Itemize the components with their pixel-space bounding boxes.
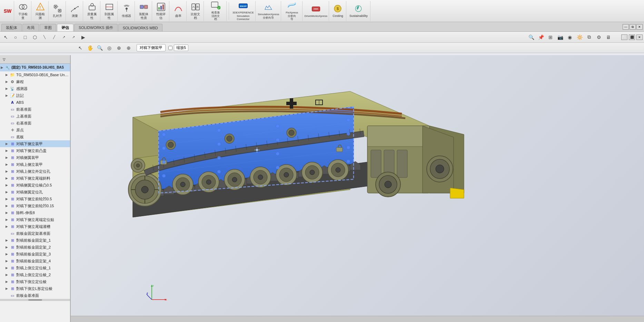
flowxpress-btn[interactable]: FloXpress分析向导 <box>282 1 303 21</box>
filter-btn[interactable]: ▽ <box>0 55 8 63</box>
close-btn[interactable]: ✕ <box>636 24 643 30</box>
tree-root[interactable]: ▶ 🔧 (固定) TG_RM5010-16LH01_BAS <box>0 64 70 71</box>
restore-btn[interactable]: ⧉ <box>630 24 636 30</box>
hole-align-btn[interactable]: 孔对齐 <box>49 1 66 21</box>
tree-item-29[interactable]: ▶ ⊞ 對稿上側立定位棱_2 <box>0 271 70 278</box>
costing-btn[interactable]: $ Costing <box>330 1 346 21</box>
tree-item-19[interactable]: ▶ ⊞ 对稿下侧立前轮凹0.15 <box>0 202 70 209</box>
tree-item-7[interactable]: ▶ ▭ 右基准面 <box>0 120 70 127</box>
tree-item-3[interactable]: ▶ 📝 註記 <box>0 92 70 99</box>
tree-item-5[interactable]: ▶ ▭ 前基准面 <box>0 106 70 113</box>
mass-props-btn[interactable]: 质量属性 <box>84 1 100 21</box>
hand-btn[interactable]: 🖐 <box>86 43 95 52</box>
tree-item-30[interactable]: ▶ ⊞ 對稿下側立定位棱 <box>0 278 70 285</box>
tree-item-13[interactable]: ▶ ⊞ 对稿上侧立装甲 <box>0 161 70 168</box>
tool-circle-btn[interactable]: ○ <box>11 33 20 42</box>
driveworksxpress-btn[interactable]: DWX DriveWorksXpress <box>303 1 329 21</box>
tree-item-18[interactable]: ▶ ⊞ 对稿下侧立前轮凹0.5 <box>0 195 70 202</box>
tree-item-32[interactable]: ▶ ▭ 前板金基准面 <box>0 292 70 299</box>
simulationxpress-btn[interactable]: SimulationXpress分析向导 <box>256 1 281 21</box>
tree-item-1[interactable]: ▶ ⚙ 麻程 <box>0 78 70 85</box>
tree-item-20[interactable]: ▶ ⊞ 除料-伸長8 <box>0 209 70 216</box>
view-dot-btn[interactable]: ◉ <box>565 33 574 42</box>
tree-item-15[interactable]: ▶ ⊞ 对稿下侧立尾端斜料 <box>0 175 70 182</box>
interference-check-btn[interactable]: 干涉检查 <box>15 1 31 21</box>
section-props-btn[interactable]: 剖面属性 <box>101 1 118 21</box>
tree-item-0[interactable]: ▶ 📁 TG_RM5010-0B16_Base Uni... <box>0 71 70 78</box>
tool-line2-btn[interactable]: ╱ <box>50 33 59 42</box>
tree-item-16[interactable]: ▶ ⊞ 对稿侧翼定位棱凸0.5 <box>0 182 70 189</box>
viewport[interactable]: X Y Z <box>71 55 644 322</box>
tool-hex-btn[interactable]: ⬡ <box>30 33 39 42</box>
svg-point-145 <box>136 164 140 167</box>
view-cam-btn[interactable]: 📷 <box>556 33 565 42</box>
problem-detect-btn[interactable]: ! 问题检测 <box>32 1 49 21</box>
tree-item-11[interactable]: ▶ ⊞ 对稿下侧立前凸盖 <box>0 147 70 154</box>
tree-item-6[interactable]: ▶ ▭ 上基准面 <box>0 113 70 120</box>
svg-marker-170 <box>450 188 464 198</box>
tree-item-8[interactable]: ▶ ✚ 原点 <box>0 127 70 133</box>
tool-line1-btn[interactable]: ╲ <box>40 33 49 42</box>
crosshair1-btn[interactable]: ⊕ <box>115 43 123 52</box>
svg-text:B: B <box>196 5 198 9</box>
tree-item-14[interactable]: ▶ ⊞ 对稿上侧立外定位孔 <box>0 168 70 175</box>
tree-item-12[interactable]: ▶ ⊞ 对稿侧翼装甲 <box>0 154 70 161</box>
perf-eval-btn[interactable]: 性能评估 <box>153 1 169 21</box>
tree-item-9[interactable]: ▶ ▭ 底板 <box>0 133 70 140</box>
view-bright-btn[interactable]: 🔆 <box>575 33 584 42</box>
tab-sw-plugin[interactable]: SOLIDWORKS 插件 <box>74 24 118 31</box>
tool-arrow1-btn[interactable]: ↗ <box>59 33 68 42</box>
view-pin-btn[interactable]: 📌 <box>536 33 545 42</box>
tree-item-2[interactable]: ▶ 📡 感测器 <box>0 85 70 92</box>
tree-item-26[interactable]: ▶ ⊞ 對稿前板金固定架_3 <box>0 251 70 258</box>
tab-evaluate[interactable]: 评估 <box>57 24 73 31</box>
tree-item-21[interactable]: ▶ ⊞ 对稿下侧立尾端定位贴 <box>0 216 70 223</box>
tool-select-btn[interactable]: ↖ <box>1 33 10 42</box>
3dexperience-btn[interactable]: 3DEXP 3DEXPERIENCESimulationConnector <box>231 1 256 21</box>
sensor-btn[interactable]: 传感器 <box>118 1 135 21</box>
view-monitor-btn[interactable]: 🖥 <box>604 33 613 42</box>
tab-sw-mbd[interactable]: SOLIDWORKS MBD <box>118 24 162 31</box>
sw-logo[interactable]: SW <box>1 1 14 21</box>
svg-text:Z: Z <box>147 292 148 294</box>
tree-item-27[interactable]: ▶ ⊞ 對稿前板金固定架_4 <box>0 258 70 264</box>
tree-item-10[interactable]: ▶ ⊞ 对稿下侧立装甲 <box>0 140 70 147</box>
tab-layout[interactable]: 布局 <box>22 24 39 31</box>
sustainability-btn[interactable]: Sustainability <box>347 1 370 21</box>
curvature-btn[interactable]: 曲率 <box>170 1 187 21</box>
svg-rect-26 <box>162 4 164 10</box>
target-btn[interactable]: ◎ <box>105 43 114 52</box>
prompt-checkbox[interactable] <box>168 46 172 50</box>
panel-min-btn[interactable]: ⬜ <box>621 34 627 40</box>
tree-item-28[interactable]: ▶ ⊞ 對稿上側立定位棱_1 <box>0 264 70 271</box>
panel-close-btn[interactable]: ✕ <box>636 34 643 40</box>
tree-item-17[interactable]: ▶ ⊞ 对稿侧翼定位孔 <box>0 189 70 195</box>
svg-text:A: A <box>192 5 194 9</box>
tree-item-4[interactable]: ▶ A ABS <box>0 99 70 106</box>
cursor-btn[interactable]: ↖ <box>76 43 85 52</box>
perf-label: 性能评估 <box>156 12 166 20</box>
tree-item-31[interactable]: ▶ ⊞ 對稿下側立L形定位棱 <box>0 285 70 292</box>
compare-btn[interactable]: AB 比较文档 <box>187 1 204 21</box>
view-grid-btn[interactable]: ⊞ <box>546 33 555 42</box>
tool-rect-btn[interactable]: □ <box>21 33 30 42</box>
tree-item-22[interactable]: ▶ ⊞ 对稿下侧立尾端灌槽 <box>0 223 70 230</box>
panel-max-btn[interactable]: ⬛ <box>629 34 635 40</box>
tree-item-23[interactable]: ▶ ▭ 前板金固定架基准面 <box>0 230 70 237</box>
tree-item-24[interactable]: ▶ ⊞ 對稿前板金固定架_1 <box>0 237 70 244</box>
curvature-icon <box>174 4 183 13</box>
check-active-btn[interactable]: ✓ 检查激活的文档 <box>205 1 227 21</box>
assembly-props-btn[interactable]: 装配体性质 <box>136 1 152 21</box>
tool-play-btn[interactable]: ▶ <box>79 33 88 42</box>
tab-assembly[interactable]: 装配体 <box>1 24 22 31</box>
measure-btn[interactable]: 测量 <box>67 1 83 21</box>
mag-btn[interactable]: 🔍 <box>95 43 104 52</box>
crosshair2-btn[interactable]: ⊕ <box>124 43 133 52</box>
tree-item-25[interactable]: ▶ ⊞ 對稿前板金固定架_2 <box>0 244 70 251</box>
tab-sketch[interactable]: 草图 <box>40 24 56 31</box>
tool-arrow2-btn[interactable]: ↗ <box>69 33 78 42</box>
view-setting-btn[interactable]: ⚙ <box>594 33 603 42</box>
view-search-btn[interactable]: 🔍 <box>527 33 536 42</box>
view-display-btn[interactable]: ⧉ <box>585 33 594 42</box>
minimize-btn[interactable]: — <box>623 24 629 30</box>
